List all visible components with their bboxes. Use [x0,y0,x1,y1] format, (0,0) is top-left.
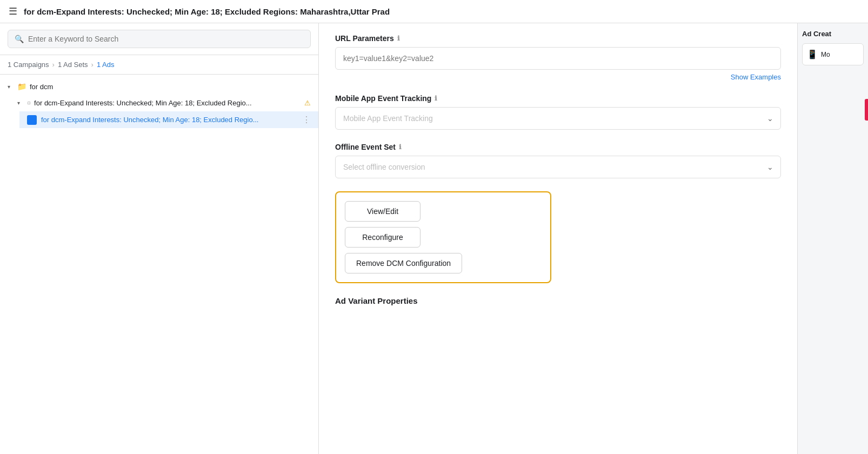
main-layout: 🔍 1 Campaigns › 1 Ad Sets › 1 Ads ▾ 📁 fo… [0,23,868,454]
right-panel-item-label: Mo [821,51,830,58]
page-title: for dcm-Expand Interests: Unchecked; Min… [24,7,390,16]
search-icon: 🔍 [15,35,24,43]
campaign-label: for dcm [30,83,311,91]
show-examples-link[interactable]: Show Examples [731,73,781,81]
mobile-app-select[interactable]: Mobile App Event Tracking [335,107,781,130]
tree-adset-node[interactable]: ▾ ▫ for dcm-Expand Interests: Unchecked;… [10,94,318,111]
offline-event-select[interactable]: Select offline conversion [335,156,781,178]
show-examples-row: Show Examples [335,73,781,81]
ad-variant-properties-group: Ad Variant Properties [335,296,781,305]
adset-label: for dcm-Expand Interests: Unchecked; Min… [34,99,301,107]
url-parameters-input[interactable] [335,47,781,70]
ad-menu-icon[interactable]: ⋮ [302,115,311,125]
dcm-box: View/Edit Reconfigure Remove DCM Configu… [335,191,551,283]
mobile-app-label: Mobile App Event Tracking ℹ [335,94,781,103]
breadcrumb-sep-1: › [52,61,55,69]
reconfigure-button[interactable]: Reconfigure [345,227,420,248]
folder-icon: 📁 [17,82,26,91]
campaign-chevron-icon: ▾ [8,84,14,90]
mobile-app-event-tracking-group: Mobile App Event Tracking ℹ Mobile App E… [335,94,781,130]
mobile-phone-icon: 📱 [807,49,818,59]
adset-icon: ▫ [27,97,31,108]
url-parameters-info-icon: ℹ [397,35,400,42]
breadcrumb-adsets[interactable]: 1 Ad Sets [58,61,88,69]
ad-variant-title: Ad Variant Properties [335,296,781,305]
offline-event-label: Offline Event Set ℹ [335,143,781,151]
remove-dcm-button[interactable]: Remove DCM Configuration [345,253,462,273]
tree-ad-node[interactable]: for dcm-Expand Interests: Unchecked; Min… [19,111,318,128]
breadcrumb-sep-2: › [91,61,94,69]
breadcrumb-ads[interactable]: 1 Ads [97,61,115,69]
search-wrapper: 🔍 [8,30,311,48]
right-panel-title: Ad Creat [802,30,864,38]
offline-event-select-wrapper: Select offline conversion ⌄ [335,156,781,178]
offline-event-info-icon: ℹ [399,143,402,151]
mobile-app-info-icon: ℹ [435,95,437,102]
url-parameters-label: URL Parameters ℹ [335,34,781,43]
view-edit-button[interactable]: View/Edit [345,201,420,222]
breadcrumb: 1 Campaigns › 1 Ad Sets › 1 Ads [0,55,318,75]
warning-icon: ⚠ [304,99,311,107]
campaign-tree: ▾ 📁 for dcm ▾ ▫ for dcm-Expand Interests… [0,75,318,454]
title-bar: ☰ for dcm-Expand Interests: Unchecked; M… [0,0,868,23]
ad-label: for dcm-Expand Interests: Unchecked; Min… [41,116,299,124]
tree-ad-indent: for dcm-Expand Interests: Unchecked; Min… [19,111,318,128]
search-input[interactable] [28,35,304,43]
center-content: URL Parameters ℹ Show Examples Mobile Ap… [319,23,798,454]
red-indicator [865,99,868,121]
tree-campaign-node[interactable]: ▾ 📁 for dcm [0,79,318,94]
right-panel-mobile-item[interactable]: 📱 Mo [802,43,864,65]
breadcrumb-campaigns[interactable]: 1 Campaigns [8,61,49,69]
right-panel: Ad Creat 📱 Mo [798,23,868,454]
sidebar-toggle-icon[interactable]: ☰ [9,5,17,17]
mobile-app-select-wrapper: Mobile App Event Tracking ⌄ [335,107,781,130]
adset-chevron-icon: ▾ [17,100,24,106]
url-parameters-group: URL Parameters ℹ Show Examples [335,34,781,81]
search-bar: 🔍 [0,23,318,55]
ad-icon [27,115,37,125]
sidebar: 🔍 1 Campaigns › 1 Ad Sets › 1 Ads ▾ 📁 fo… [0,23,319,454]
offline-event-set-group: Offline Event Set ℹ Select offline conve… [335,143,781,178]
tree-adset-indent: ▾ ▫ for dcm-Expand Interests: Unchecked;… [10,94,318,111]
